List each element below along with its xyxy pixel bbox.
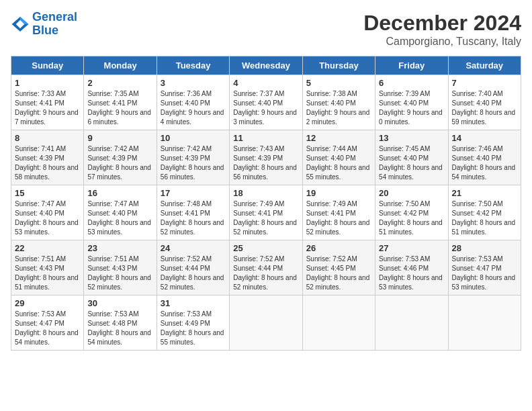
logo-line2: Blue: [32, 24, 58, 37]
day-28: 28 Sunrise: 7:53 AMSunset: 4:47 PMDaylig…: [448, 240, 521, 295]
day-8: 8 Sunrise: 7:41 AMSunset: 4:39 PMDayligh…: [11, 130, 84, 185]
day-10: 10 Sunrise: 7:42 AMSunset: 4:39 PMDaylig…: [157, 130, 229, 185]
header-thursday: Thursday: [302, 56, 375, 75]
day-20: 20 Sunrise: 7:50 AMSunset: 4:42 PMDaylig…: [375, 185, 448, 240]
empty-cell: [230, 295, 302, 351]
header-sunday: Sunday: [11, 56, 84, 75]
logo-line1: General: [32, 10, 77, 24]
day-9: 9 Sunrise: 7:42 AMSunset: 4:39 PMDayligh…: [84, 130, 157, 185]
day-24: 24 Sunrise: 7:52 AMSunset: 4:44 PMDaylig…: [157, 240, 229, 295]
day-1: 1 Sunrise: 7:33 AMSunset: 4:41 PMDayligh…: [11, 75, 84, 130]
table-row: 8 Sunrise: 7:41 AMSunset: 4:39 PMDayligh…: [11, 130, 521, 185]
day-7: 7 Sunrise: 7:40 AMSunset: 4:40 PMDayligh…: [448, 75, 521, 130]
empty-cell: [448, 295, 521, 351]
table-row: 1 Sunrise: 7:33 AMSunset: 4:41 PMDayligh…: [11, 75, 521, 130]
table-row: 22 Sunrise: 7:51 AMSunset: 4:43 PMDaylig…: [11, 240, 521, 295]
day-22: 22 Sunrise: 7:51 AMSunset: 4:43 PMDaylig…: [11, 240, 84, 295]
day-29: 29 Sunrise: 7:53 AMSunset: 4:47 PMDaylig…: [11, 295, 84, 351]
day-27: 27 Sunrise: 7:53 AMSunset: 4:46 PMDaylig…: [375, 240, 448, 295]
day-3: 3 Sunrise: 7:36 AMSunset: 4:40 PMDayligh…: [157, 75, 229, 130]
header-saturday: Saturday: [448, 56, 521, 75]
day-2: 2 Sunrise: 7:35 AMSunset: 4:41 PMDayligh…: [84, 75, 157, 130]
day-5: 5 Sunrise: 7:38 AMSunset: 4:40 PMDayligh…: [302, 75, 375, 130]
day-6: 6 Sunrise: 7:39 AMSunset: 4:40 PMDayligh…: [375, 75, 448, 130]
calendar-table: Sunday Monday Tuesday Wednesday Thursday…: [11, 56, 521, 351]
day-26: 26 Sunrise: 7:52 AMSunset: 4:45 PMDaylig…: [302, 240, 375, 295]
header-wednesday: Wednesday: [230, 56, 302, 75]
day-14: 14 Sunrise: 7:46 AMSunset: 4:40 PMDaylig…: [448, 130, 521, 185]
day-18: 18 Sunrise: 7:49 AMSunset: 4:41 PMDaylig…: [230, 185, 302, 240]
title-block: December 2024 Camporgiano, Tuscany, Ital…: [363, 11, 521, 48]
table-row: 15 Sunrise: 7:47 AMSunset: 4:40 PMDaylig…: [11, 185, 521, 240]
day-31: 31 Sunrise: 7:53 AMSunset: 4:49 PMDaylig…: [157, 295, 229, 351]
calendar-subtitle: Camporgiano, Tuscany, Italy: [363, 36, 521, 48]
header-friday: Friday: [375, 56, 448, 75]
page-header: General Blue December 2024 Camporgiano, …: [11, 11, 521, 48]
day-30: 30 Sunrise: 7:53 AMSunset: 4:48 PMDaylig…: [84, 295, 157, 351]
day-21: 21 Sunrise: 7:50 AMSunset: 4:42 PMDaylig…: [448, 185, 521, 240]
day-25: 25 Sunrise: 7:52 AMSunset: 4:44 PMDaylig…: [230, 240, 302, 295]
header-monday: Monday: [84, 56, 157, 75]
empty-cell: [302, 295, 375, 351]
day-13: 13 Sunrise: 7:45 AMSunset: 4:40 PMDaylig…: [375, 130, 448, 185]
day-12: 12 Sunrise: 7:44 AMSunset: 4:40 PMDaylig…: [302, 130, 375, 185]
logo-icon: [11, 15, 30, 34]
logo: General Blue: [11, 11, 77, 38]
weekday-header-row: Sunday Monday Tuesday Wednesday Thursday…: [11, 56, 521, 75]
day-19: 19 Sunrise: 7:49 AMSunset: 4:41 PMDaylig…: [302, 185, 375, 240]
day-16: 16 Sunrise: 7:47 AMSunset: 4:40 PMDaylig…: [84, 185, 157, 240]
day-15: 15 Sunrise: 7:47 AMSunset: 4:40 PMDaylig…: [11, 185, 84, 240]
day-17: 17 Sunrise: 7:48 AMSunset: 4:41 PMDaylig…: [157, 185, 229, 240]
day-23: 23 Sunrise: 7:51 AMSunset: 4:43 PMDaylig…: [84, 240, 157, 295]
calendar-title: December 2024: [363, 11, 521, 36]
header-tuesday: Tuesday: [157, 56, 229, 75]
empty-cell: [375, 295, 448, 351]
logo-text: General Blue: [32, 11, 77, 38]
day-4: 4 Sunrise: 7:37 AMSunset: 4:40 PMDayligh…: [230, 75, 302, 130]
day-11: 11 Sunrise: 7:43 AMSunset: 4:39 PMDaylig…: [230, 130, 302, 185]
table-row: 29 Sunrise: 7:53 AMSunset: 4:47 PMDaylig…: [11, 295, 521, 351]
